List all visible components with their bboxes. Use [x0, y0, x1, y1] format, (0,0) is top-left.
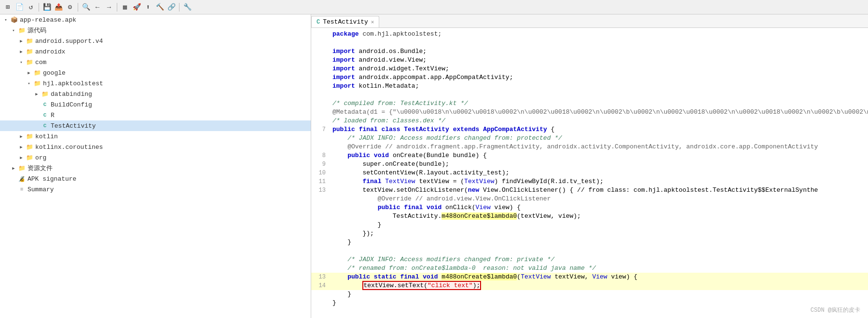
folder-icon-kotlin: 📁	[25, 132, 34, 141]
code-line-highlighted: 13 public static final void m488onCreate…	[311, 273, 868, 281]
class-icon-r: C	[41, 111, 49, 119]
line-content: textView.setOnClickListener(new View.OnC…	[331, 186, 868, 195]
code-line: import android.view.View;	[311, 56, 868, 65]
tree-toggle-kotlin[interactable]: ▶	[17, 132, 25, 140]
tree-item-testactivity[interactable]: ▶ C TestActivity	[0, 120, 311, 131]
tree-toggle-google[interactable]: ▶	[25, 69, 33, 77]
tree-toggle-org[interactable]: ▶	[17, 154, 25, 161]
grid-icon[interactable]: ⊞	[3, 2, 13, 12]
folder-icon-srccode: 📁	[17, 26, 26, 35]
undo-icon[interactable]: ←	[93, 2, 102, 12]
code-line: @Override // android.view.View.OnClickLi…	[311, 195, 868, 203]
tree-label-kotlinx: kotlinx.coroutines	[35, 144, 103, 151]
class-icon-buildconfig: C	[41, 100, 49, 109]
tree-toggle-support[interactable]: ▶	[17, 37, 25, 45]
code-line: /* loaded from: classes.dex */	[311, 117, 868, 125]
file-icon[interactable]: 📄	[14, 2, 24, 12]
deploy-icon[interactable]: 🚀	[132, 2, 141, 12]
tree-toggle-resources[interactable]: ▶	[10, 164, 17, 172]
toolbar: ⊞ 📄 ↺ 💾 📤 ⚙ 🔍 ← → ▦ 🚀 ⬆ 🔨 🔗 🔧	[0, 0, 868, 14]
tree-toggle-apk[interactable]: ▾	[2, 16, 10, 24]
code-line: 11 final TextView textView = (TextView) …	[311, 177, 868, 186]
tree-toggle-com[interactable]: ▾	[17, 58, 25, 66]
code-line: 10 setContentView(R.layout.activity_test…	[311, 169, 868, 177]
tree-label-testactivity: TestActivity	[51, 122, 96, 130]
code-editor: C TestActivity ✕ package com.hjl.apktool…	[311, 14, 868, 318]
tree-item-kotlinx[interactable]: ▶ 📁 kotlinx.coroutines	[0, 142, 311, 152]
line-content: public final class TestActivity extends …	[331, 125, 868, 134]
line-content: public static final void m488onCreate$la…	[331, 273, 868, 281]
line-content: @Override // android.view.View.OnClickLi…	[331, 195, 868, 203]
tree-item-google[interactable]: ▶ 📁 google	[0, 67, 311, 78]
code-line: }	[311, 290, 868, 299]
line-num: 11	[311, 177, 331, 186]
tree-item-androidx[interactable]: ▶ 📁 androidx	[0, 46, 311, 57]
tree-item-summary[interactable]: ▶ ≡ Summary	[0, 184, 311, 195]
code-content[interactable]: package com.hjl.apktoolstest; import and…	[311, 28, 868, 318]
tree-item-hjl[interactable]: ▾ 📁 hjl.apktoolstest	[0, 78, 311, 89]
tree-toggle-androidx[interactable]: ▶	[17, 48, 25, 55]
code-line	[311, 39, 868, 47]
zoom-in-icon[interactable]: 🔍	[81, 2, 91, 12]
line-content: public final void onClick(View view) {	[331, 203, 868, 212]
tree-label-com: com	[35, 59, 46, 66]
tab-testactivity[interactable]: C TestActivity ✕	[311, 16, 379, 27]
tree-label-google: google	[43, 69, 66, 77]
line-content: /* JADX INFO: Access modifiers changed f…	[331, 134, 868, 143]
tree-toggle-srccode[interactable]: ▾	[10, 26, 17, 34]
tree-toggle-databinding[interactable]: ▶	[33, 90, 41, 98]
file-tree: ▾ 📦 app-release.apk ▾ 📁 源代码 ▶ 📁 android.…	[0, 14, 311, 318]
line-content: /* renamed from: onCreate$lambda-0 reaso…	[331, 264, 868, 273]
tree-label-resources: 资源文件	[28, 164, 53, 172]
tree-item-r[interactable]: ▶ C R	[0, 110, 311, 120]
upload-icon[interactable]: ⬆	[143, 2, 153, 12]
tree-item-resources[interactable]: ▶ 📁 资源文件	[0, 163, 311, 173]
line-content: import android.view.View;	[331, 56, 868, 65]
link-icon[interactable]: 🔗	[166, 2, 176, 12]
redo-icon[interactable]: →	[104, 2, 114, 12]
export-icon[interactable]: 📤	[54, 2, 63, 12]
toolbar-sep-4	[179, 3, 179, 12]
save-icon[interactable]: 💾	[42, 2, 52, 12]
settings-icon[interactable]: ⚙	[65, 2, 75, 12]
tab-close-button[interactable]: ✕	[371, 19, 374, 25]
tab-class-icon: C	[317, 19, 320, 26]
toolbar-sep-3	[117, 3, 117, 12]
tree-item-databinding[interactable]: ▶ 📁 databinding	[0, 89, 311, 99]
line-content: });	[331, 229, 868, 238]
tree-item-buildconfig[interactable]: ▶ C BuildConfig	[0, 99, 311, 110]
code-line: import androidx.appcompat.app.AppCompatA…	[311, 73, 868, 82]
tree-label-org: org	[35, 154, 46, 161]
folder-icon-kotlinx: 📁	[25, 143, 34, 151]
refresh-icon[interactable]: ↺	[26, 2, 36, 12]
code-line: 13 textView.setOnClickListener(new View.…	[311, 186, 868, 195]
line-content: import kotlin.Metadata;	[331, 82, 868, 91]
tree-item-apksig[interactable]: ▶ 🔏 APK signature	[0, 173, 311, 184]
tree-item-srccode[interactable]: ▾ 📁 源代码	[0, 25, 311, 36]
wrench-icon[interactable]: 🔧	[182, 2, 192, 12]
code-line: import android.widget.TextView;	[311, 65, 868, 73]
code-line: }	[311, 299, 868, 307]
line-content: }	[331, 238, 868, 247]
tree-label-summary: Summary	[28, 186, 54, 193]
line-content: @Metadata(d1 = {"\u0000\u0018\n\u0002\u0…	[331, 108, 868, 117]
build-icon[interactable]: 🔨	[155, 2, 165, 12]
tree-item-kotlin[interactable]: ▶ 📁 kotlin	[0, 131, 311, 142]
layout-icon[interactable]: ▦	[120, 2, 130, 12]
code-line: }	[311, 221, 868, 229]
line-content: setContentView(R.layout.activity_test);	[331, 169, 868, 177]
main-layout: ▾ 📦 app-release.apk ▾ 📁 源代码 ▶ 📁 android.…	[0, 14, 868, 318]
tree-item-org[interactable]: ▶ 📁 org	[0, 152, 311, 163]
code-line: TestActivity.m488onCreate$lambda0(textVi…	[311, 212, 868, 221]
tree-item-com[interactable]: ▾ 📁 com	[0, 57, 311, 67]
tree-toggle-kotlinx[interactable]: ▶	[17, 143, 25, 151]
tree-item-support[interactable]: ▶ 📁 android.support.v4	[0, 36, 311, 46]
apk-icon: 📦	[10, 15, 18, 24]
line-content: public void onCreate(Bundle bundle) {	[331, 151, 868, 160]
tree-label-buildconfig: BuildConfig	[51, 101, 92, 108]
tree-item-apk[interactable]: ▾ 📦 app-release.apk	[0, 14, 311, 25]
tree-toggle-hjl[interactable]: ▾	[25, 80, 33, 87]
line-num: 9	[311, 160, 331, 169]
line-content: super.onCreate(bundle);	[331, 160, 868, 169]
line-content: TestActivity.m488onCreate$lambda0(textVi…	[331, 212, 868, 221]
